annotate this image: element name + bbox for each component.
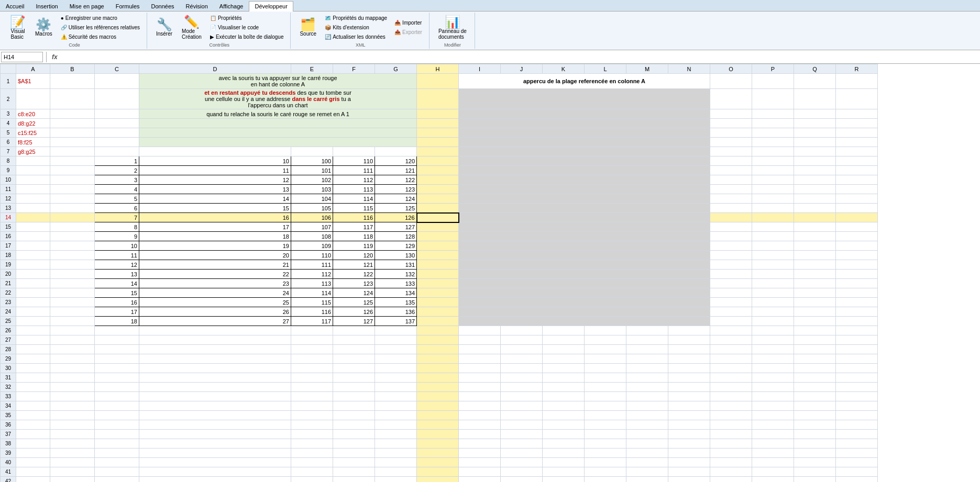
visual-basic-button[interactable]: 📝 VisualBasic [6, 14, 29, 41]
cell-r32-c11[interactable] [543, 383, 585, 392]
cell-r41-c11[interactable] [543, 467, 585, 477]
cell-r34-c3[interactable] [95, 401, 139, 411]
cell-r21-c2[interactable] [50, 279, 95, 288]
cell-r41-c16[interactable] [752, 467, 794, 477]
cell-r35-c12[interactable] [585, 411, 626, 420]
cell-r29-c4[interactable] [139, 354, 291, 364]
cell-r18-c6[interactable]: 120 [333, 251, 375, 260]
cell-r27-c15[interactable] [710, 335, 752, 345]
cell-r34-c12[interactable] [585, 401, 626, 411]
cell-r27-c4[interactable] [139, 335, 291, 345]
cell-r42-c4[interactable] [139, 477, 291, 483]
cell-r6-c15[interactable] [710, 138, 752, 147]
cell-r24-c5[interactable]: 116 [291, 307, 333, 317]
cell-r7-c9[interactable] [459, 147, 710, 156]
cell-r1-c18[interactable] [836, 74, 878, 89]
cell-r4-c16[interactable] [752, 119, 794, 128]
col-header-a[interactable]: A [16, 64, 50, 74]
cell-r21-c18[interactable] [836, 279, 878, 288]
cell-r42-c2[interactable] [50, 477, 95, 483]
cell-r35-c9[interactable] [459, 411, 501, 420]
cell-r15-c4[interactable]: 17 [139, 222, 291, 232]
cell-r17-c5[interactable]: 109 [291, 241, 333, 251]
cell-r3-c15[interactable] [710, 109, 752, 119]
cell-r8-c18[interactable] [836, 156, 878, 166]
cell-r26-c1[interactable] [16, 326, 50, 335]
cell-r40-c6[interactable] [333, 458, 375, 467]
cell-r2-c1[interactable] [16, 89, 50, 109]
cell-r20-c5[interactable]: 112 [291, 270, 333, 279]
cell-r33-c7[interactable] [375, 392, 417, 401]
cell-r37-c10[interactable] [501, 430, 543, 439]
cell-r13-c18[interactable] [836, 204, 878, 213]
cell-r37-c3[interactable] [95, 430, 139, 439]
cell-r12-c2[interactable] [50, 194, 95, 204]
cell-r3-c8[interactable] [417, 109, 459, 119]
importer-button[interactable]: 📥 Importer [392, 18, 425, 27]
cell-r38-c11[interactable] [543, 439, 585, 449]
col-header-d[interactable]: D [139, 64, 291, 74]
cell-r39-c13[interactable] [626, 449, 668, 458]
cell-r40-c4[interactable] [139, 458, 291, 467]
cell-r2-c2[interactable] [50, 89, 95, 109]
tab-mise-en-page[interactable]: Mise en page [64, 1, 110, 11]
cell-r3-c2[interactable] [50, 109, 95, 119]
cell-r42-c7[interactable] [375, 477, 417, 483]
cell-r39-c5[interactable] [291, 449, 333, 458]
cell-r13-c8[interactable] [417, 204, 459, 213]
cell-r42-c13[interactable] [626, 477, 668, 483]
cell-r38-c7[interactable] [375, 439, 417, 449]
utiliser-references-button[interactable]: 🔗 Utiliser les références relatives [58, 23, 142, 32]
cell-r11-c2[interactable] [50, 185, 95, 194]
cell-r10-c16[interactable] [752, 175, 794, 185]
cell-r41-c9[interactable] [459, 467, 501, 477]
cell-r41-c13[interactable] [626, 467, 668, 477]
cell-r20-c1[interactable] [16, 270, 50, 279]
cell-r26-c14[interactable] [668, 326, 710, 335]
cell-r13-c6[interactable]: 115 [333, 204, 375, 213]
cell-r31-c7[interactable] [375, 373, 417, 383]
cell-r38-c1[interactable] [16, 439, 50, 449]
cell-r9-c5[interactable]: 101 [291, 166, 333, 175]
cell-r15-c7[interactable]: 127 [375, 222, 417, 232]
col-header-o[interactable]: O [710, 64, 752, 74]
cell-r28-c16[interactable] [752, 345, 794, 354]
cell-r29-c9[interactable] [459, 354, 501, 364]
cell-r23-c7[interactable]: 135 [375, 298, 417, 307]
cell-r3-c9[interactable] [459, 109, 710, 119]
cell-r36-c3[interactable] [95, 420, 139, 430]
cell-r41-c18[interactable] [836, 467, 878, 477]
cell-r31-c11[interactable] [543, 373, 585, 383]
cell-r33-c1[interactable] [16, 392, 50, 401]
cell-r40-c16[interactable] [752, 458, 794, 467]
cell-r3-c1[interactable]: c8:e20 [16, 109, 50, 119]
cell-r23-c18[interactable] [836, 298, 878, 307]
cell-r21-c6[interactable]: 123 [333, 279, 375, 288]
cell-r36-c6[interactable] [333, 420, 375, 430]
cell-r33-c12[interactable] [585, 392, 626, 401]
cell-r7-c7[interactable] [375, 147, 417, 156]
cell-r20-c3[interactable]: 13 [95, 270, 139, 279]
cell-r14-c6[interactable]: 116 [333, 213, 375, 222]
cell-r13-c17[interactable] [794, 204, 836, 213]
cell-r16-c8[interactable] [417, 232, 459, 241]
cell-r35-c11[interactable] [543, 411, 585, 420]
cell-r8-c9[interactable] [459, 156, 710, 166]
cell-r32-c6[interactable] [333, 383, 375, 392]
cell-r10-c4[interactable]: 12 [139, 175, 291, 185]
cell-r38-c2[interactable] [50, 439, 95, 449]
cell-r26-c7[interactable] [375, 326, 417, 335]
cell-r2-c15[interactable] [710, 89, 752, 109]
cell-r40-c15[interactable] [710, 458, 752, 467]
cell-r10-c15[interactable] [710, 175, 752, 185]
cell-r33-c2[interactable] [50, 392, 95, 401]
cell-r41-c4[interactable] [139, 467, 291, 477]
cell-r40-c14[interactable] [668, 458, 710, 467]
cell-r29-c12[interactable] [585, 354, 626, 364]
cell-r5-c1[interactable]: c15:f25 [16, 128, 50, 138]
cell-r31-c18[interactable] [836, 373, 878, 383]
col-header-g[interactable]: G [375, 64, 417, 74]
cell-r32-c13[interactable] [626, 383, 668, 392]
cell-r19-c2[interactable] [50, 260, 95, 270]
cell-r28-c7[interactable] [375, 345, 417, 354]
